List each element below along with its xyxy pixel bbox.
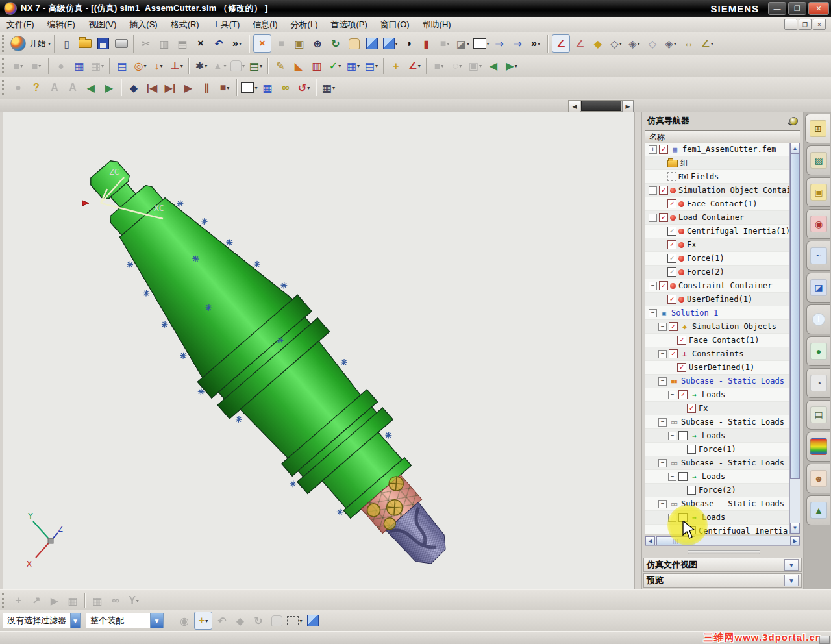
help-icon[interactable]: ? xyxy=(28,79,45,96)
restore-button[interactable]: ❐ xyxy=(788,2,806,15)
tree-node-constraints[interactable]: −✓Constraints xyxy=(645,347,790,361)
panel-splitter[interactable] xyxy=(635,112,641,589)
dynamic-csys-icon[interactable]: ∠ xyxy=(552,34,570,53)
preview-panel[interactable]: 预览 ▼ xyxy=(643,573,802,588)
snap-point-2-icon[interactable]: ◈▾ xyxy=(626,35,643,52)
tree-node-loads[interactable]: −Loads xyxy=(645,511,790,525)
dropdown-arrow-icon[interactable]: ▾ xyxy=(143,63,146,69)
node-checkbox[interactable] xyxy=(678,513,688,522)
dropdown-arrow-icon[interactable]: ▾ xyxy=(227,85,229,91)
resource-tab-roles[interactable]: ☻ xyxy=(806,464,830,493)
tree-node-simulation-objects[interactable]: −✓Simulation Objects xyxy=(645,320,790,334)
edit-list-icon[interactable]: ▤▾ xyxy=(247,58,264,75)
node-checkbox[interactable]: ✓ xyxy=(667,267,676,277)
scroll-down-icon[interactable]: ▼ xyxy=(790,523,800,534)
dropdown-arrow-icon[interactable]: ▼ xyxy=(70,613,80,628)
selection-scope-select[interactable]: 整个装配 ▼ xyxy=(86,613,164,628)
delete-icon[interactable]: × xyxy=(192,35,209,52)
node-checkbox[interactable]: ✓ xyxy=(677,336,686,345)
dropdown-arrow-icon[interactable]: ▾ xyxy=(487,41,490,47)
snap-point-toggle-icon[interactable]: +▾ xyxy=(194,612,212,630)
offset-face-icon[interactable]: ⇒ xyxy=(509,35,526,52)
tree-horizontal-scrollbar[interactable]: ◀ ||| ▶ xyxy=(645,536,800,546)
mesh-grid-icon[interactable]: ▦▾ xyxy=(89,58,106,75)
polygon-geometry-icon[interactable]: ▲▾ xyxy=(211,58,228,75)
graphics-viewport[interactable]: ZC XC Y Z X xyxy=(3,112,635,589)
model-table-icon[interactable]: ▤ xyxy=(114,58,130,75)
tree-node-fx[interactable]: ✓Fx xyxy=(645,238,790,252)
step-first-icon[interactable]: |◀ xyxy=(143,79,160,96)
finish-check-icon[interactable]: ✓▾ xyxy=(327,58,343,75)
display-part-icon[interactable]: ■▾ xyxy=(10,58,27,75)
new-file-icon[interactable]: ▯ xyxy=(58,35,75,52)
solid-body-filter-icon[interactable]: ◆ xyxy=(232,612,249,629)
step-last-icon[interactable]: ▶| xyxy=(162,79,179,96)
hscroll-thumb[interactable]: ||| xyxy=(656,536,695,545)
dropdown-arrow-icon[interactable]: ▾ xyxy=(467,41,469,47)
node-checkbox[interactable]: ✓ xyxy=(669,322,678,331)
add-component-icon[interactable]: + xyxy=(10,592,27,609)
node-checkbox[interactable]: ✓ xyxy=(677,363,686,372)
collapse-icon[interactable]: − xyxy=(649,282,657,290)
dropdown-arrow-icon[interactable]: ▾ xyxy=(205,618,208,624)
dropdown-arrow-icon[interactable]: ▾ xyxy=(205,63,207,69)
collapse-icon[interactable]: − xyxy=(668,514,676,522)
solution-attributes-icon[interactable]: ✎ xyxy=(272,58,289,75)
comment-icon[interactable]: ● xyxy=(10,79,27,96)
scroll-left-icon[interactable]: ◀ xyxy=(645,536,655,545)
scroll-up-icon[interactable]: ▲ xyxy=(790,143,800,154)
node-checkbox[interactable]: ✓ xyxy=(659,186,668,195)
minimize-button[interactable]: — xyxy=(768,2,786,15)
open-file-icon[interactable] xyxy=(77,35,93,52)
grid-info-icon[interactable]: ▦▾ xyxy=(320,79,337,96)
work-part-icon[interactable]: ■▾ xyxy=(28,58,45,75)
collapse-icon[interactable]: − xyxy=(658,500,667,508)
material-orientation-icon[interactable]: ◣ xyxy=(290,58,307,75)
resource-tab-post-processing-navigator[interactable]: ▤ xyxy=(806,400,830,430)
nav-forward-icon[interactable]: ▶ xyxy=(101,79,118,96)
dropdown-arrow-icon[interactable]: ▾ xyxy=(375,63,378,69)
menu-v[interactable]: 视图(V) xyxy=(82,18,123,32)
cut-icon[interactable]: ✂ xyxy=(138,35,155,52)
tree-vertical-scrollbar[interactable]: ▲ ▼ xyxy=(789,143,800,534)
chevron-down-icon[interactable]: ▼ xyxy=(784,575,799,586)
pane-scroller[interactable]: ◀ ▶ xyxy=(568,100,634,112)
menu-i[interactable]: 信息(I) xyxy=(246,18,284,32)
pattern-component-icon[interactable]: ▦ xyxy=(64,592,81,609)
dropdown-arrow-icon[interactable]: ▾ xyxy=(619,41,622,47)
tree-node-fields[interactable]: Fields xyxy=(645,170,790,184)
section-display-icon[interactable]: ▮ xyxy=(418,35,435,52)
tree-node-fem1-assemcutter-fem[interactable]: +✓fem1_AssemCutter.fem xyxy=(645,143,790,156)
role-palette-icon[interactable]: ◆ xyxy=(589,35,606,52)
rotate-view-icon[interactable]: ↻ xyxy=(327,35,344,52)
mdi-minimize-button[interactable]: — xyxy=(784,19,797,30)
solver-calc-icon[interactable]: ▦▾ xyxy=(345,58,362,75)
tree-node-fx[interactable]: ✓Fx xyxy=(645,402,790,415)
collapse-icon[interactable]: − xyxy=(658,418,667,427)
tree-node-force-1[interactable]: ✓Force(1) xyxy=(645,252,790,266)
drag-hand-icon[interactable] xyxy=(268,612,285,629)
component-cage-icon[interactable]: ▦ xyxy=(89,592,106,609)
undo-icon[interactable]: ↶ xyxy=(210,35,227,52)
point-constructor-icon[interactable]: + xyxy=(388,58,404,75)
close-button[interactable]: ✕ xyxy=(808,2,829,15)
start-menu[interactable]: 开始▾ xyxy=(28,35,51,52)
dropdown-arrow-icon[interactable]: ▾ xyxy=(459,63,462,69)
resource-tab-color-palette[interactable] xyxy=(806,432,830,462)
clip-section-icon[interactable]: ◪▾ xyxy=(454,35,471,52)
collapse-icon[interactable]: − xyxy=(668,391,676,399)
node-checkbox[interactable] xyxy=(667,172,676,181)
move-component-icon[interactable]: ↗ xyxy=(28,592,45,609)
paste-icon[interactable]: ▤ xyxy=(174,35,191,52)
node-checkbox[interactable] xyxy=(678,431,688,440)
fit-view-icon[interactable]: × xyxy=(253,34,271,53)
resource-tab-xy-function-navigator[interactable]: ~ xyxy=(806,241,830,271)
collapse-icon[interactable]: − xyxy=(658,350,667,358)
save-icon[interactable] xyxy=(95,35,112,52)
collapse-icon[interactable]: − xyxy=(658,377,667,386)
node-checkbox[interactable]: ✓ xyxy=(667,254,676,263)
rectangle-select-icon[interactable]: ▾ xyxy=(286,612,303,629)
tree-node-force-2[interactable]: ✓Force(2) xyxy=(645,266,790,279)
tree-node-item[interactable]: 组 xyxy=(645,156,790,170)
menu-t[interactable]: 工具(T) xyxy=(206,18,247,32)
